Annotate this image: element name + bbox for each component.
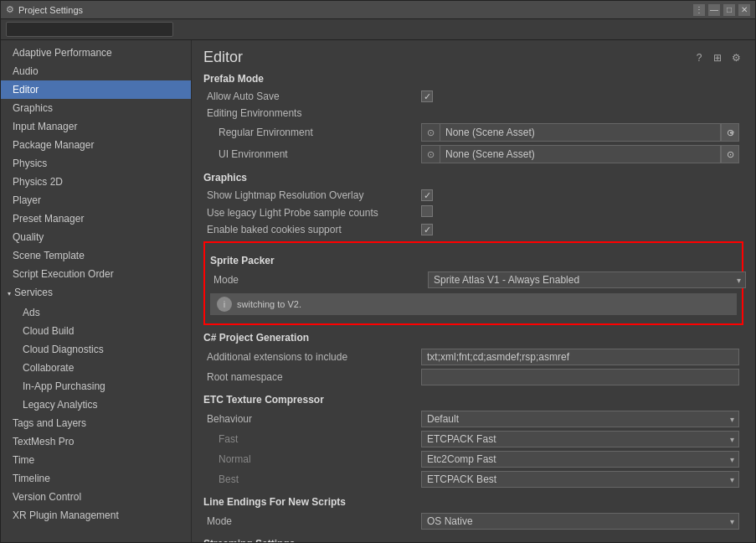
search-input[interactable] (6, 22, 173, 37)
regular-environment-value: ⊙ None (Scene Asset) ⊙ (421, 123, 743, 142)
sidebar-item-scene-template[interactable]: Scene Template (1, 246, 191, 265)
best-select[interactable]: ETCPACK Best (421, 471, 739, 488)
sidebar-item-editor[interactable]: Editor (1, 80, 191, 99)
fast-label: Fast (203, 433, 421, 445)
regular-environment-select[interactable]: None (Scene Asset) (440, 123, 721, 142)
project-settings-window: ⚙ Project Settings ⋮ — □ ✕ Adaptive Perf… (0, 0, 756, 543)
sidebar-item-xr-plugin-management[interactable]: XR Plugin Management (1, 506, 191, 525)
sidebar-item-package-manager[interactable]: Package Manager (1, 136, 191, 154)
best-label: Best (203, 473, 421, 485)
best-row: Best ETCPACK Best (203, 469, 743, 489)
sidebar-item-textmesh-pro[interactable]: TextMesh Pro (1, 432, 191, 451)
main-content: Adaptive Performance Audio Editor Graphi… (1, 40, 755, 542)
sidebar-item-cloud-build[interactable]: Cloud Build (1, 322, 191, 340)
allow-auto-save-label: Allow Auto Save (203, 90, 421, 102)
sidebar-item-collaborate[interactable]: Collaborate (1, 359, 191, 377)
window-title: Project Settings (18, 5, 693, 15)
root-namespace-value (421, 369, 743, 385)
sprite-packer-mode-row: Mode Disabled Sprite Atlas V1 - Always E… (210, 270, 737, 290)
fast-dropdown-wrapper: ETCPACK Fast (421, 431, 739, 447)
sidebar-item-physics[interactable]: Physics (1, 154, 191, 173)
scene-prefix-icon-2: ⊙ (421, 145, 440, 163)
title-bar: ⚙ Project Settings ⋮ — □ ✕ (1, 1, 755, 19)
csharp-project-header: C# Project Generation (203, 332, 743, 344)
sidebar-item-input-manager[interactable]: Input Manager (1, 117, 191, 136)
additional-extensions-label: Additional extensions to include (203, 351, 421, 363)
etc-texture-section: ETC Texture Compressor Behaviour Default… (203, 394, 743, 489)
sidebar-item-script-execution-order[interactable]: Script Execution Order (1, 265, 191, 283)
ui-environment-value: ⊙ None (Scene Asset) ⊙ (421, 145, 743, 163)
sidebar-item-preset-manager[interactable]: Preset Manager (1, 209, 191, 228)
allow-auto-save-row: Allow Auto Save (203, 88, 743, 105)
content-panel: Editor ? ⊞ ⚙ Prefab Mode Allow Auto Save (192, 40, 755, 542)
close-button[interactable]: ✕ (738, 4, 750, 16)
enable-baked-cookies-checkbox[interactable] (421, 224, 433, 235)
sidebar-item-cloud-diagnostics[interactable]: Cloud Diagnostics (1, 340, 191, 359)
line-endings-mode-select[interactable]: OS Native Unix Windows Mac OS 9 (421, 513, 739, 530)
window-icon: ⚙ (6, 4, 14, 15)
best-value: ETCPACK Best (421, 471, 743, 488)
normal-value: Etc2Comp Fast (421, 451, 743, 468)
enable-baked-cookies-row: Enable baked cookies support (203, 221, 743, 238)
sprite-packer-mode-value: Disabled Sprite Atlas V1 - Always Enable… (428, 272, 746, 288)
behaviour-dropdown-wrapper: Default (421, 411, 739, 427)
sidebar-item-tags-and-layers[interactable]: Tags and Layers (1, 414, 191, 432)
behaviour-value: Default (421, 411, 743, 427)
ui-environment-row: UI Environment ⊙ None (Scene Asset) ⊙ (203, 143, 743, 165)
sprite-packer-mode-select[interactable]: Disabled Sprite Atlas V1 - Always Enable… (428, 272, 746, 288)
line-endings-header: Line Endings For New Scripts (203, 496, 743, 508)
normal-row: Normal Etc2Comp Fast (203, 449, 743, 469)
additional-extensions-row: Additional extensions to include (203, 347, 743, 367)
sidebar-item-adaptive-performance[interactable]: Adaptive Performance (1, 44, 191, 62)
sidebar-item-legacy-analytics[interactable]: Legacy Analytics (1, 396, 191, 414)
show-lightmap-value (421, 189, 743, 202)
root-namespace-label: Root namespace (203, 371, 421, 383)
fast-select[interactable]: ETCPACK Fast (421, 431, 739, 447)
sidebar-section-services[interactable]: ▾Services (1, 283, 191, 303)
sidebar-item-in-app-purchasing[interactable]: In-App Purchasing (1, 377, 191, 396)
settings-gear-button[interactable]: ⚙ (728, 50, 743, 65)
ui-environment-circle-btn[interactable]: ⊙ (721, 145, 739, 163)
normal-select[interactable]: Etc2Comp Fast (421, 451, 739, 468)
additional-extensions-value (421, 349, 743, 365)
sidebar-item-physics-2d[interactable]: Physics 2D (1, 173, 191, 191)
show-lightmap-label: Show Lightmap Resolution Overlay (203, 189, 421, 201)
sidebar-item-player[interactable]: Player (1, 191, 191, 209)
normal-dropdown-wrapper: Etc2Comp Fast (421, 451, 739, 468)
maximize-button[interactable]: □ (723, 4, 735, 16)
sidebar: Adaptive Performance Audio Editor Graphi… (1, 40, 192, 542)
line-endings-dropdown-wrapper: OS Native Unix Windows Mac OS 9 (421, 513, 739, 530)
show-lightmap-checkbox[interactable] (421, 189, 433, 201)
sidebar-item-quality[interactable]: Quality (1, 228, 191, 246)
sidebar-item-timeline[interactable]: Timeline (1, 469, 191, 488)
prefab-mode-section: Prefab Mode Allow Auto Save Editing Envi… (203, 73, 743, 165)
sidebar-item-version-control[interactable]: Version Control (1, 488, 191, 506)
regular-environment-label: Regular Environment (203, 127, 421, 138)
regular-environment-circle-btn[interactable]: ⊙ (721, 123, 739, 142)
sprite-packer-dropdown-wrapper: Disabled Sprite Atlas V1 - Always Enable… (428, 272, 746, 288)
allow-auto-save-value (421, 90, 743, 103)
sidebar-item-ads[interactable]: Ads (1, 303, 191, 322)
minimize-button[interactable]: — (708, 4, 720, 16)
additional-extensions-input[interactable] (421, 349, 739, 365)
root-namespace-input[interactable] (421, 369, 739, 385)
help-button[interactable]: ? (692, 50, 707, 65)
root-namespace-row: Root namespace (203, 367, 743, 387)
behaviour-row: Behaviour Default (203, 409, 743, 429)
graphics-section-header: Graphics (203, 172, 743, 184)
sidebar-item-audio[interactable]: Audio (1, 62, 191, 80)
editing-environments-label: Editing Environments (203, 107, 421, 119)
dots-menu-button[interactable]: ⋮ (693, 4, 705, 16)
sidebar-item-time[interactable]: Time (1, 451, 191, 469)
sidebar-item-graphics[interactable]: Graphics (1, 99, 191, 117)
layout-button[interactable]: ⊞ (710, 50, 725, 65)
warning-icon: i (217, 297, 232, 312)
sprite-packer-section: Sprite Packer Mode Disabled Sprite Atlas… (203, 241, 743, 325)
allow-auto-save-checkbox[interactable] (421, 90, 433, 102)
use-legacy-light-probe-checkbox[interactable] (421, 205, 433, 217)
behaviour-select[interactable]: Default (421, 411, 739, 427)
ui-environment-select[interactable]: None (Scene Asset) (440, 145, 721, 163)
window-controls: ⋮ — □ ✕ (693, 4, 750, 16)
enable-baked-cookies-label: Enable baked cookies support (203, 224, 421, 235)
ui-environment-dropdown-wrapper: ⊙ None (Scene Asset) ⊙ (421, 145, 739, 163)
